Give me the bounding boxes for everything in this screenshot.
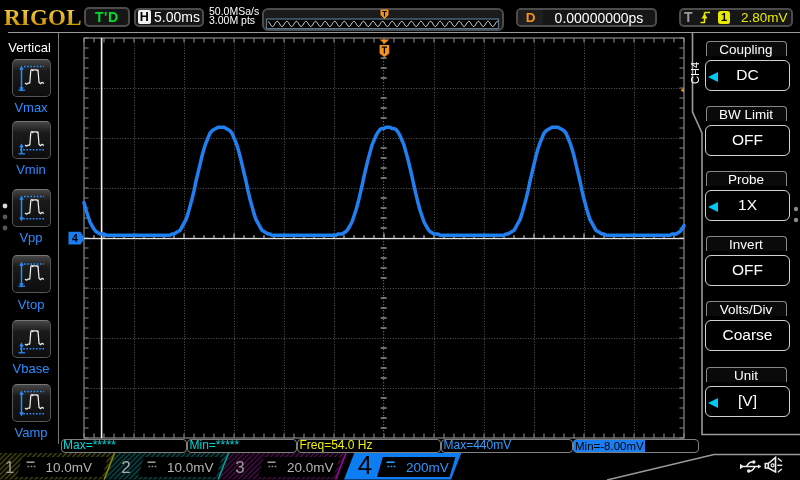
svg-text:4: 4 <box>72 232 78 244</box>
